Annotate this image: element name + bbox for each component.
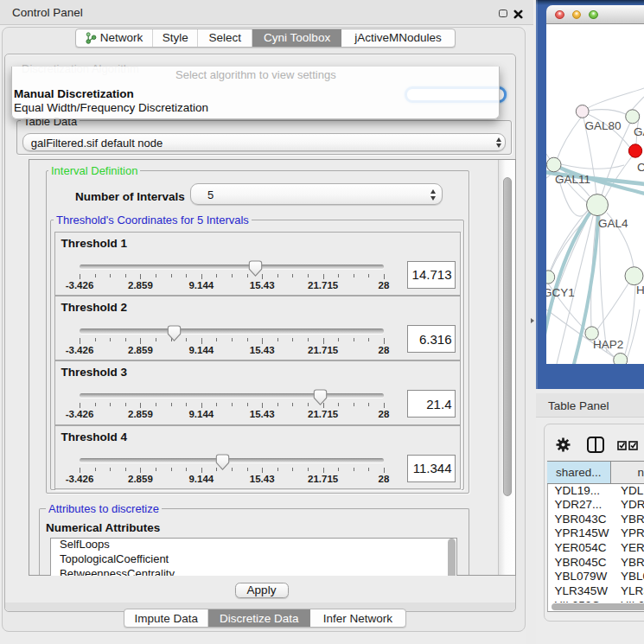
svg-text:GA: GA: [634, 125, 644, 138]
svg-text:C: C: [637, 161, 644, 174]
svg-text:GAL80: GAL80: [585, 118, 622, 131]
svg-text:H: H: [636, 283, 644, 296]
svg-text:HAP2: HAP2: [593, 337, 623, 350]
svg-text:GCY1: GCY1: [546, 285, 575, 298]
svg-text:GAL11: GAL11: [555, 173, 590, 186]
svg-text:GAL4: GAL4: [598, 216, 628, 229]
